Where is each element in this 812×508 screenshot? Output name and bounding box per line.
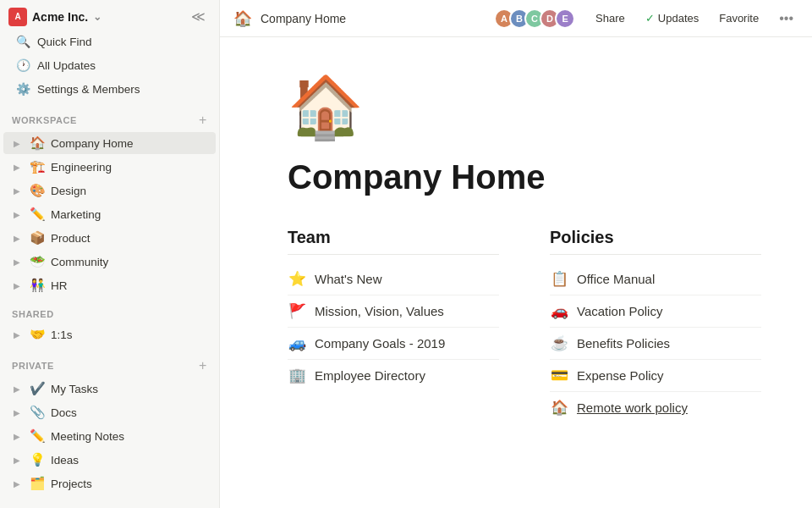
expense-policy-link[interactable]: Expense Policy bbox=[577, 368, 664, 383]
chevron-right-icon: ▶ bbox=[10, 163, 24, 172]
car2-icon: 🚗 bbox=[550, 302, 568, 320]
shared-section-label: SHARED bbox=[0, 297, 219, 323]
content-grid: Team ⭐ What's New 🚩 Mission, Vision, Val… bbox=[288, 228, 761, 423]
list-item[interactable]: 💳 Expense Policy bbox=[550, 360, 761, 392]
coffee-icon: ☕ bbox=[550, 334, 568, 352]
team-heading: Team bbox=[288, 228, 499, 255]
sidebar-item-product[interactable]: ▶ 📦 Product bbox=[3, 227, 216, 249]
all-updates-button[interactable]: 🕐 All Updates bbox=[5, 54, 214, 76]
house2-icon: 🏠 bbox=[550, 399, 568, 417]
collaborator-avatars: A B C D E bbox=[499, 8, 575, 29]
check-icon: ✓ bbox=[645, 12, 655, 25]
sidebar-item-meeting-notes[interactable]: ▶ ✏️ Meeting Notes bbox=[3, 425, 216, 447]
avatar: E bbox=[555, 8, 575, 29]
chevron-right-icon: ▶ bbox=[10, 384, 24, 394]
sidebar-item-1on1s[interactable]: ▶ 🤝 1:1s bbox=[3, 323, 216, 345]
team-section: Team ⭐ What's New 🚩 Mission, Vision, Val… bbox=[288, 228, 499, 423]
add-private-item-button[interactable]: + bbox=[199, 358, 207, 373]
whats-new-link[interactable]: What's New bbox=[315, 272, 382, 286]
company-goals-link[interactable]: Company Goals - 2019 bbox=[315, 336, 445, 351]
favorite-button[interactable]: Favorite bbox=[714, 9, 764, 27]
chevron-right-icon: ▶ bbox=[10, 330, 24, 340]
clock-icon: 🕐 bbox=[15, 58, 30, 72]
collapse-sidebar-button[interactable]: ≪ bbox=[186, 7, 211, 26]
chevron-right-icon: ▶ bbox=[10, 432, 24, 441]
gear-icon: ⚙️ bbox=[15, 82, 30, 96]
car-icon: 🚙 bbox=[288, 334, 306, 352]
more-options-button[interactable]: ••• bbox=[774, 8, 798, 29]
chevron-right-icon: ▶ bbox=[10, 210, 24, 219]
vacation-policy-link[interactable]: Vacation Policy bbox=[577, 304, 662, 318]
list-item[interactable]: 🏠 Remote work policy bbox=[550, 392, 761, 423]
chevron-right-icon: ▶ bbox=[10, 234, 24, 243]
settings-button[interactable]: ⚙️ Settings & Members bbox=[5, 78, 214, 100]
sidebar-item-my-tasks[interactable]: ▶ ✔️ My Tasks bbox=[3, 378, 216, 400]
chevron-right-icon: ▶ bbox=[10, 456, 24, 465]
sidebar-item-design[interactable]: ▶ 🎨 Design bbox=[3, 179, 216, 202]
page-header-icon: 🏠 bbox=[233, 9, 252, 28]
chevron-right-icon: ▶ bbox=[10, 479, 24, 489]
clipboard-icon: 📋 bbox=[550, 270, 568, 288]
list-item[interactable]: 🚙 Company Goals - 2019 bbox=[288, 328, 499, 360]
workspace-name[interactable]: A Acme Inc. ⌄ bbox=[8, 8, 102, 26]
remote-work-link[interactable]: Remote work policy bbox=[577, 400, 688, 415]
workspace-chevron-icon: ⌄ bbox=[93, 11, 102, 23]
policies-heading: Policies bbox=[550, 228, 761, 255]
list-item[interactable]: 🏢 Employee Directory bbox=[288, 360, 499, 391]
sidebar-item-projects[interactable]: ▶ 🗂️ Projects bbox=[3, 472, 216, 494]
sidebar: A Acme Inc. ⌄ ≪ 🔍 Quick Find 🕐 All Updat… bbox=[0, 0, 220, 508]
updates-button[interactable]: ✓ Updates bbox=[640, 9, 704, 27]
chevron-right-icon: ▶ bbox=[10, 186, 24, 196]
sidebar-item-company-home[interactable]: ▶ 🏠 Company Home bbox=[3, 132, 216, 154]
quick-find-button[interactable]: 🔍 Quick Find bbox=[5, 30, 214, 52]
page-header: 🏠 Company Home A B C D E Share ✓ Updates… bbox=[220, 0, 812, 37]
office-manual-link[interactable]: Office Manual bbox=[577, 272, 655, 286]
main-content: 🏠 Company Home A B C D E Share ✓ Updates… bbox=[220, 0, 812, 508]
sidebar-item-ideas[interactable]: ▶ 💡 Ideas bbox=[3, 449, 216, 471]
header-actions: Share ✓ Updates Favorite ••• bbox=[590, 8, 798, 29]
flag-icon: 🚩 bbox=[288, 302, 306, 320]
workspace-section-label: WORKSPACE + bbox=[0, 101, 219, 131]
sidebar-item-marketing[interactable]: ▶ ✏️ Marketing bbox=[3, 203, 216, 225]
search-icon: 🔍 bbox=[15, 35, 30, 48]
building-icon: 🏢 bbox=[288, 367, 306, 384]
employee-directory-link[interactable]: Employee Directory bbox=[315, 368, 425, 383]
policies-list: 📋 Office Manual 🚗 Vacation Policy ☕ Bene… bbox=[550, 263, 761, 423]
page-header-title: Company Home bbox=[261, 12, 491, 25]
list-item[interactable]: ☕ Benefits Policies bbox=[550, 328, 761, 360]
sidebar-item-engineering[interactable]: ▶ 🏗️ Engineering bbox=[3, 156, 216, 178]
policies-section: Policies 📋 Office Manual 🚗 Vacation Poli… bbox=[550, 228, 761, 423]
list-item[interactable]: 🚗 Vacation Policy bbox=[550, 295, 761, 328]
page-cover-icon: 🏠 bbox=[288, 71, 761, 143]
list-item[interactable]: 🚩 Mission, Vision, Values bbox=[288, 295, 499, 328]
team-list: ⭐ What's New 🚩 Mission, Vision, Values 🚙… bbox=[288, 263, 499, 391]
private-section-label: PRIVATE + bbox=[0, 346, 219, 377]
mission-link[interactable]: Mission, Vision, Values bbox=[315, 304, 444, 318]
star-icon: ⭐ bbox=[288, 270, 306, 288]
sidebar-header: A Acme Inc. ⌄ ≪ bbox=[0, 0, 219, 30]
list-item[interactable]: ⭐ What's New bbox=[288, 263, 499, 295]
add-workspace-item-button[interactable]: + bbox=[199, 113, 207, 128]
sidebar-item-docs[interactable]: ▶ 📎 Docs bbox=[3, 401, 216, 423]
sidebar-item-hr[interactable]: ▶ 👫 HR bbox=[3, 274, 216, 296]
chevron-right-icon: ▶ bbox=[10, 257, 24, 267]
chevron-right-icon: ▶ bbox=[10, 281, 24, 290]
ellipsis-icon: ••• bbox=[779, 11, 793, 26]
workspace-logo: A bbox=[8, 8, 27, 26]
list-item[interactable]: 📋 Office Manual bbox=[550, 263, 761, 295]
benefits-policies-link[interactable]: Benefits Policies bbox=[577, 336, 670, 351]
page-body: 🏠 Company Home Team ⭐ What's New 🚩 Missi… bbox=[220, 37, 812, 508]
sidebar-item-community[interactable]: ▶ 🥗 Community bbox=[3, 251, 216, 273]
chevron-right-icon: ▶ bbox=[10, 139, 24, 148]
creditcard-icon: 💳 bbox=[550, 367, 568, 384]
page-title: Company Home bbox=[288, 157, 761, 197]
chevron-right-icon: ▶ bbox=[10, 408, 24, 417]
share-button[interactable]: Share bbox=[590, 9, 630, 27]
